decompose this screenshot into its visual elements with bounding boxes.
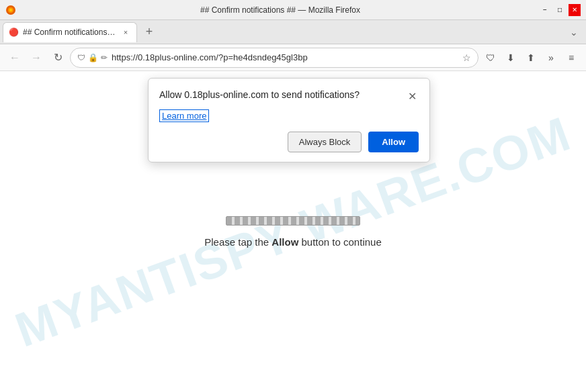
page-instruction: Please tap the Allow button to continue [204, 236, 382, 248]
window-controls: − □ ✕ [539, 4, 581, 16]
tab-menu-button[interactable]: ⌄ [564, 23, 583, 42]
download-button[interactable]: ⬇ [501, 48, 520, 67]
learn-more-link[interactable]: Learn more [159, 109, 209, 122]
notification-popup: Allow 0.18plus-online.com to send notifi… [148, 78, 430, 162]
progress-bar [226, 216, 360, 226]
svg-point-2 [9, 9, 12, 11]
maximize-button[interactable]: □ [554, 4, 566, 16]
back-button[interactable]: ← [5, 48, 24, 67]
title-bar: ## Confirm notifications ## — Mozilla Fi… [0, 0, 586, 20]
always-block-button[interactable]: Always Block [288, 132, 362, 152]
lock-icon: 🔒 [88, 53, 98, 62]
forward-button[interactable]: → [27, 48, 46, 67]
address-bar: ← → ↻ 🛡 🔒 ✏ ☆ 🛡 ⬇ ⬆ » ≡ [0, 44, 586, 71]
pocket-button[interactable]: 🛡 [481, 48, 500, 67]
bookmark-icon[interactable]: ☆ [462, 52, 471, 63]
allow-button[interactable]: Allow [368, 132, 419, 152]
tab-favicon: 🔴 [9, 28, 19, 37]
popup-actions: Always Block Allow [159, 132, 419, 152]
reload-button[interactable]: ↻ [48, 48, 67, 67]
firefox-icon [5, 5, 16, 15]
menu-button[interactable]: ≡ [562, 48, 581, 67]
url-security-icons: 🛡 🔒 ✏ [77, 53, 108, 62]
tab-label: ## Confirm notifications ## [23, 28, 116, 37]
allow-word-highlight: Allow [271, 236, 298, 248]
shield-icon: 🛡 [77, 53, 85, 62]
browser-content: MYANTISPY WARE.COM Please tap the Allow … [0, 71, 586, 392]
close-button[interactable]: ✕ [569, 4, 581, 16]
minimize-button[interactable]: − [539, 4, 551, 16]
popup-title: Allow 0.18plus-online.com to send notifi… [159, 89, 405, 100]
tab-bar: 🔴 ## Confirm notifications ## × + ⌄ [0, 20, 586, 44]
toolbar-icons: 🛡 ⬇ ⬆ » ≡ [481, 48, 581, 67]
extensions-button[interactable]: » [542, 48, 560, 67]
url-input[interactable] [112, 52, 458, 62]
popup-close-button[interactable]: ✕ [405, 89, 419, 103]
window-title: ## Confirm notifications ## — Mozilla Fi… [22, 5, 539, 15]
share-button[interactable]: ⬆ [521, 48, 540, 67]
popup-header: Allow 0.18plus-online.com to send notifi… [159, 89, 419, 103]
url-container: 🛡 🔒 ✏ ☆ [70, 48, 478, 68]
edit-icon: ✏ [101, 53, 108, 62]
active-tab[interactable]: 🔴 ## Confirm notifications ## × [3, 22, 137, 42]
tab-close-button[interactable]: × [120, 27, 131, 38]
new-tab-button[interactable]: + [140, 23, 159, 42]
